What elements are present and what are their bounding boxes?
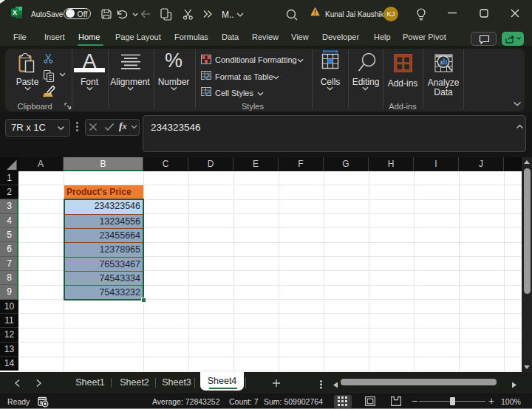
svg-text:X: X xyxy=(13,9,17,16)
